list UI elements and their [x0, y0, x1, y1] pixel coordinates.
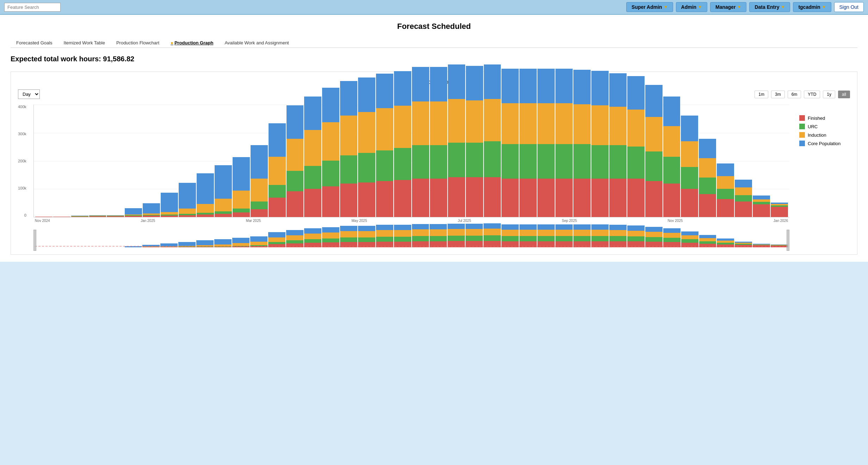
manager-button[interactable]: Manager ▼: [710, 2, 746, 12]
bar-seg-core: [519, 69, 537, 103]
chart-area: 400k 300k 200k 100k 0: [18, 105, 850, 251]
bar-group-33: [627, 105, 645, 217]
day-select[interactable]: Day: [18, 89, 40, 99]
admin-button[interactable]: Admin ▼: [676, 2, 707, 12]
bar-group-24: [466, 105, 483, 217]
bar-seg-core: [466, 66, 483, 100]
bar-seg-urc: [412, 145, 429, 179]
range-1y[interactable]: 1y: [823, 91, 835, 98]
bar-seg-induction: [466, 100, 483, 143]
bar-group-25: [484, 105, 501, 217]
y-label-0: 0: [24, 213, 26, 217]
bar-seg-urc: [501, 144, 519, 179]
bar-group-2: [71, 105, 88, 217]
mini-bar-group-23: [448, 230, 465, 247]
super-admin-arrow: ▼: [664, 5, 668, 10]
bar-seg-core: [484, 64, 501, 99]
bar-seg-core: [645, 85, 663, 117]
mini-bar-group-39: [735, 230, 752, 247]
tab-production-graph[interactable]: ●Production Graph: [165, 38, 219, 48]
range-all[interactable]: all: [838, 91, 850, 98]
bar-group-18: [358, 105, 375, 217]
bar-seg-core: [287, 105, 304, 139]
bar-seg-core: [591, 71, 609, 105]
bar-seg-finished: [412, 179, 429, 217]
bar-seg-core: [699, 139, 716, 158]
legend: Finished URC Induction Core Population: [794, 105, 850, 251]
bar-group-22: [430, 105, 447, 217]
legend-label-finished: Finished: [808, 116, 825, 121]
range-6m[interactable]: 6m: [788, 91, 801, 98]
admin-label: Admin: [681, 4, 697, 10]
bar-group-29: [555, 105, 573, 217]
range-3m[interactable]: 3m: [771, 91, 785, 98]
sign-out-button[interactable]: Sign Out: [834, 2, 864, 12]
range-1m[interactable]: 1m: [755, 91, 768, 98]
chart-container: Expected Work Day 1m 3m 6m YTD 1y all 40…: [11, 72, 857, 255]
navigator-handle-right[interactable]: [787, 230, 789, 251]
bar-seg-finished: [53, 217, 70, 217]
mini-bar-group-40: [753, 230, 770, 247]
data-entry-arrow: ▼: [781, 5, 785, 10]
mini-bar-group-41: [771, 230, 788, 247]
bar-seg-core: [304, 97, 321, 130]
bar-seg-core: [753, 196, 770, 199]
bar-seg-induction: [627, 110, 645, 147]
bar-seg-induction: [645, 117, 663, 151]
tab-forecasted-goals[interactable]: Forecasted Goals: [11, 38, 58, 48]
bar-seg-core: [627, 76, 645, 110]
tgcadmin-button[interactable]: tgcadmin ▼: [793, 2, 831, 12]
legend-item-induction: Induction: [799, 132, 850, 138]
tab-production-flowchart[interactable]: Production Flowchart: [111, 38, 165, 48]
super-admin-button[interactable]: Super Admin ▼: [626, 2, 673, 12]
bar-group-16: [322, 105, 339, 217]
bar-seg-urc: [537, 144, 555, 179]
bar-seg-induction: [233, 191, 250, 209]
bar-seg-core: [215, 165, 232, 199]
bar-seg-finished: [71, 217, 88, 217]
mini-bar-group-37: [699, 230, 716, 247]
bar-group-11: [233, 105, 250, 217]
bar-seg-core: [233, 157, 250, 191]
bar-group-4: [107, 105, 124, 217]
bar-group-23: [448, 105, 465, 217]
x-label-jan25: Jan 2025: [141, 219, 155, 223]
mini-bar-group-19: [376, 230, 393, 247]
bar-group-6: [143, 105, 160, 217]
mini-bar-group-3: [89, 230, 106, 247]
legend-label-induction: Induction: [808, 132, 826, 138]
bar-seg-urc: [233, 209, 250, 212]
feature-search-input[interactable]: [4, 3, 61, 12]
mini-bars-row: [33, 230, 789, 247]
bar-seg-core: [358, 78, 375, 112]
bar-seg-induction: [699, 158, 716, 178]
legend-color-core: [799, 141, 805, 146]
bar-group-14: [287, 105, 304, 217]
bar-seg-core: [322, 88, 339, 122]
bar-seg-core: [573, 70, 591, 104]
bar-seg-finished: [322, 186, 339, 217]
bar-seg-finished: [501, 179, 519, 217]
tab-available-work[interactable]: Available Work and Assignment: [219, 38, 294, 48]
bar-seg-core: [394, 71, 411, 106]
bar-seg-urc: [394, 148, 411, 180]
data-entry-button[interactable]: Data Entry ▼: [749, 2, 790, 12]
mini-bar-group-7: [160, 230, 178, 247]
bar-group-1: [53, 105, 70, 217]
bar-seg-induction: [322, 122, 339, 161]
x-axis-labels: Nov 2024 Jan 2025 Mar 2025 May 2025 Jul …: [33, 219, 789, 223]
bar-seg-finished: [717, 199, 734, 217]
bar-group-17: [340, 105, 357, 217]
tab-itemized-work-table[interactable]: Itemized Work Table: [58, 38, 111, 48]
bar-seg-urc: [269, 185, 286, 198]
bar-seg-core: [537, 69, 555, 103]
tab-bar: Forecasted Goals Itemized Work Table Pro…: [11, 38, 857, 48]
bar-seg-urc: [717, 189, 734, 199]
range-ytd[interactable]: YTD: [804, 91, 820, 98]
bar-group-30: [573, 105, 591, 217]
mini-bar-group-5: [125, 230, 142, 247]
bar-group-36: [681, 105, 698, 217]
navigator-handle-left[interactable]: [33, 230, 36, 251]
mini-bar-group-6: [142, 230, 160, 247]
bars-row: [34, 105, 789, 217]
